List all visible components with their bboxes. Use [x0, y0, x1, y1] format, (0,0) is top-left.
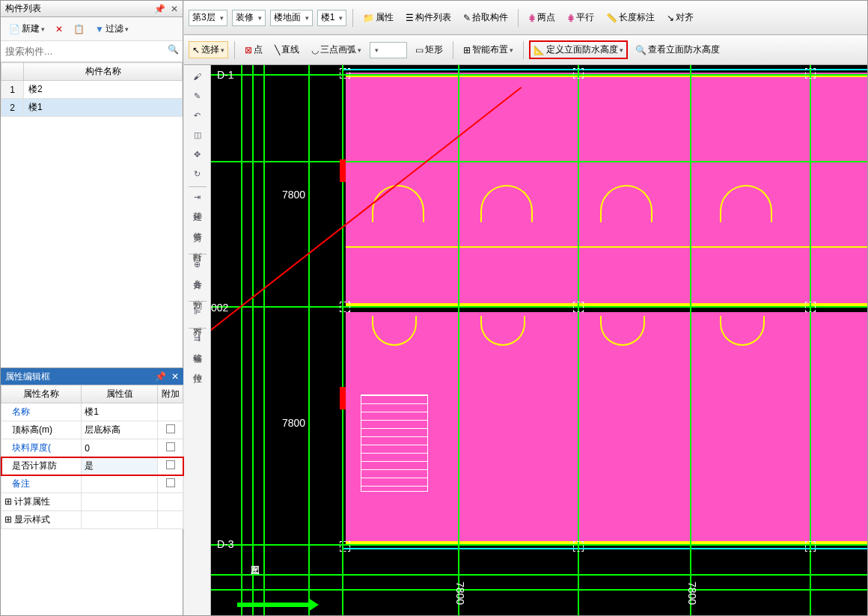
align-label: 对齐	[676, 11, 694, 24]
close-icon[interactable]: ✕	[171, 371, 179, 382]
handle[interactable]	[573, 302, 584, 312]
grid-line	[241, 65, 242, 615]
table-row[interactable]: 1 楼2	[1, 81, 183, 99]
offset-tool[interactable]: ⇉偏移	[187, 333, 208, 350]
component-list-button[interactable]: ☰构件列表	[402, 9, 455, 26]
mirror-tool[interactable]: ◫	[187, 126, 208, 143]
prop-row[interactable]: 备注	[1, 475, 183, 493]
filter-button[interactable]: ▼ 过滤 ▾	[91, 20, 132, 37]
col-name[interactable]: 构件名称	[24, 63, 183, 81]
move-tool[interactable]: ✥	[187, 146, 208, 162]
handle[interactable]	[340, 302, 350, 312]
style-combo[interactable]: ▾	[370, 42, 407, 58]
prop-extra[interactable]	[158, 439, 183, 457]
move-icon: ✥	[194, 150, 201, 159]
break-tool[interactable]: ⊹打断	[187, 232, 208, 249]
item-value: 楼1	[321, 11, 335, 24]
item-combo[interactable]: 楼1▾	[317, 10, 347, 26]
trim-tool[interactable]: ✂修剪	[187, 212, 208, 229]
prop-value[interactable]: 0	[82, 439, 158, 457]
handle[interactable]	[340, 68, 350, 79]
handle[interactable]	[573, 68, 584, 79]
new-button[interactable]: 📄 新建 ▾	[5, 20, 49, 37]
cad-canvas[interactable]: D-1 002 D-3 7800 7800 7800 7800 图三尺	[211, 65, 867, 615]
stretch-tool[interactable]: ⇔拉伸	[187, 353, 208, 370]
search-button[interactable]: 🔍	[165, 44, 180, 59]
subcategory-combo[interactable]: 楼地面▾	[270, 10, 313, 26]
line-button[interactable]: ╲直线	[271, 41, 303, 58]
prop-value[interactable]	[82, 475, 158, 493]
close-icon[interactable]: ✕	[171, 4, 178, 14]
prop-group-row[interactable]: ⊞ 计算属性	[1, 493, 183, 511]
checkbox[interactable]	[166, 424, 175, 433]
prop-extra[interactable]	[158, 421, 183, 439]
table-row[interactable]: 2 楼1	[1, 99, 183, 117]
two-point-button[interactable]: ⋕两点	[525, 9, 559, 26]
grid-line	[252, 65, 254, 615]
expand-icon[interactable]: ⊞	[4, 496, 12, 507]
select-button[interactable]: ↖选择▾	[189, 41, 228, 58]
checkbox[interactable]	[166, 442, 175, 451]
merge-tool[interactable]: ⊕合并	[187, 259, 208, 276]
category-combo[interactable]: 装修▾	[232, 10, 266, 26]
parallel-button[interactable]: ⋕平行	[563, 9, 598, 26]
stretch-icon: ⇔	[194, 354, 201, 364]
properties-button[interactable]: 📁属性	[359, 9, 397, 26]
pin-icon[interactable]: 📌	[155, 371, 166, 382]
dimension-text: 7800	[686, 582, 698, 605]
rect-button[interactable]: ▭矩形	[412, 41, 447, 58]
brush-tool[interactable]: 🖌	[187, 68, 208, 85]
prop-row[interactable]: 块料厚度( 0	[1, 439, 183, 457]
handle[interactable]	[573, 541, 584, 552]
col-prop-extra[interactable]: 附加	[158, 385, 183, 403]
checkbox[interactable]	[166, 478, 175, 487]
pin-icon[interactable]: 📌	[154, 4, 165, 14]
arc3-button[interactable]: ◡三点画弧▾	[308, 41, 365, 58]
pick-component-button[interactable]: ✎拾取构件	[459, 9, 512, 26]
extend-tool[interactable]: ⇥延伸	[187, 192, 208, 209]
prop-row-highlighted[interactable]: 是否计算防 是	[1, 457, 183, 475]
grid-line	[578, 65, 579, 615]
separator	[189, 254, 207, 254]
prop-row[interactable]: 名称 楼1	[1, 403, 183, 421]
new-button-label: 新建	[22, 22, 40, 35]
align-dim-button[interactable]: ↘对齐	[663, 9, 697, 26]
floor-combo[interactable]: 第3层▾	[189, 10, 227, 26]
prop-extra[interactable]	[158, 457, 183, 475]
filter-label: 过滤	[106, 22, 123, 35]
undo-tool[interactable]: ↶	[187, 107, 208, 123]
line-icon: ╲	[275, 45, 280, 55]
length-dim-button[interactable]: 📏长度标注	[602, 9, 658, 26]
col-prop-name[interactable]: 属性名称	[1, 385, 82, 403]
separator	[234, 41, 235, 59]
handle[interactable]	[805, 541, 816, 552]
handle[interactable]	[340, 541, 350, 552]
view-waterproof-height-button[interactable]: 🔍查看立面防水高度	[632, 41, 724, 58]
break-icon: ⊹	[194, 233, 201, 243]
handle[interactable]	[805, 68, 816, 79]
copy-button[interactable]: 📋	[70, 22, 88, 37]
prop-value[interactable]: 楼1	[82, 403, 158, 421]
delete-button[interactable]: ✕	[52, 22, 67, 37]
handle[interactable]	[805, 302, 816, 312]
prop-value[interactable]: 层底标高	[82, 421, 158, 439]
search-input[interactable]	[3, 43, 165, 59]
prop-row[interactable]: 顶标高(m) 层底标高	[1, 421, 183, 439]
align-label: 对齐	[191, 317, 204, 323]
rotate-tool[interactable]: ↻	[187, 165, 208, 182]
smart-layout-button[interactable]: ⊞智能布置▾	[459, 41, 517, 58]
split-tool[interactable]: ⊗分割	[187, 279, 208, 296]
col-prop-value[interactable]: 属性值	[82, 385, 158, 403]
prop-extra[interactable]	[158, 475, 183, 493]
prop-value[interactable]: 是	[82, 457, 158, 475]
define-waterproof-height-button[interactable]: 📐定义立面防水高度▾	[530, 41, 627, 58]
prop-group-row[interactable]: ⊞ 显示样式	[1, 511, 183, 529]
point-button[interactable]: ⊠点	[241, 41, 266, 58]
eyedrop-tool[interactable]: ✎	[187, 88, 208, 104]
expand-icon[interactable]: ⊞	[4, 514, 12, 525]
smart-icon: ⊞	[463, 45, 471, 55]
stair	[361, 394, 428, 492]
checkbox[interactable]	[166, 460, 175, 469]
separator	[352, 9, 353, 27]
align-tool[interactable]: ⊫对齐	[187, 306, 208, 323]
